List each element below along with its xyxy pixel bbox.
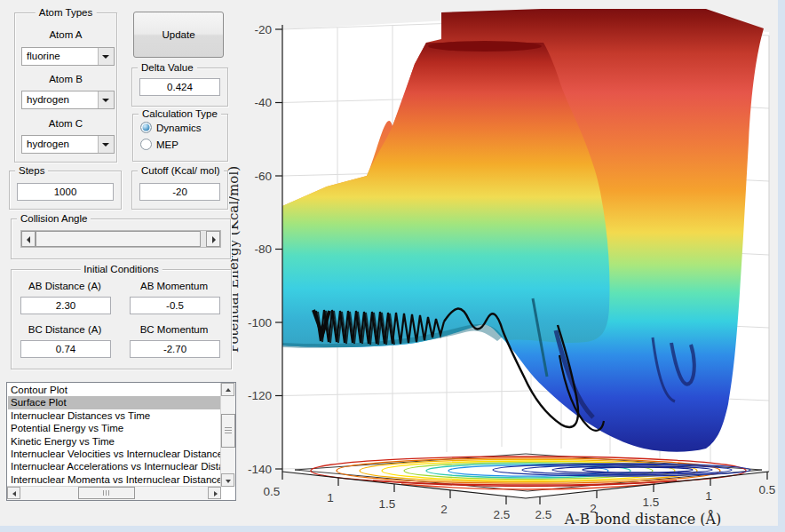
list-item[interactable]: Internuclear Velocities vs Internuclear … <box>8 448 221 460</box>
atom-c-label: Atom C <box>15 118 116 129</box>
arrow-right-icon <box>214 491 218 496</box>
atom-a-dropdown-button[interactable] <box>98 48 114 65</box>
plot-type-listbox[interactable]: Contour Plot Surface Plot Internuclear D… <box>6 382 236 501</box>
cutoff-group: Cutoff (Kcal/ mol) -20 <box>131 171 228 210</box>
atom-b-dropdown[interactable]: hydrogen <box>21 91 115 109</box>
chevron-down-icon <box>102 143 109 147</box>
steps-group: Steps 1000 <box>9 171 122 210</box>
list-item[interactable]: Contour Plot <box>8 384 221 396</box>
atom-b-dropdown-button[interactable] <box>98 91 114 108</box>
svg-text:-120: -120 <box>248 389 272 402</box>
initial-conditions-title: Initial Conditions <box>80 263 162 275</box>
arrow-right-icon <box>212 236 216 243</box>
list-item[interactable]: Internuclear Accelerations vs Internucle… <box>8 460 221 472</box>
initial-conditions-group: Initial Conditions AB Distance (A) AB Mo… <box>11 269 232 369</box>
surface-cutoff-cap <box>428 41 542 52</box>
svg-text:1.5: 1.5 <box>379 497 396 511</box>
thumb-grip-icon <box>103 490 110 496</box>
list-item-selected[interactable]: Surface Plot <box>8 396 221 409</box>
arrow-up-icon <box>226 388 231 392</box>
scroll-right-button[interactable] <box>208 487 221 499</box>
radio-mep[interactable]: MEP <box>140 139 178 151</box>
thumb-grip-icon <box>225 427 232 434</box>
arrow-left-icon <box>27 236 30 243</box>
svg-text:-40: -40 <box>254 96 272 109</box>
chevron-down-icon <box>102 99 109 102</box>
steps-field[interactable]: 1000 <box>17 183 114 201</box>
slider-left-button[interactable] <box>21 231 36 247</box>
svg-text:0.5: 0.5 <box>264 485 281 498</box>
list-item[interactable]: Kinetic Energy vs Time <box>8 435 221 448</box>
svg-text:-80: -80 <box>254 242 272 256</box>
atom-a-dropdown[interactable]: fluorine <box>21 47 115 66</box>
ab-momentum-label: AB Momentum <box>130 281 218 291</box>
bc-distance-field[interactable]: 0.74 <box>20 340 111 358</box>
ab-momentum-field[interactable]: -0.5 <box>130 297 220 314</box>
svg-text:1.5: 1.5 <box>643 496 660 509</box>
atom-c-dropdown-button[interactable] <box>98 136 114 153</box>
collision-angle-title: Collision Angle <box>17 212 91 225</box>
calculation-type-group: Calculation Type Dynamics MEP <box>132 114 228 162</box>
svg-text:-100: -100 <box>248 316 272 330</box>
vertical-scrollbar[interactable] <box>220 383 235 487</box>
radio-dynamics-label: Dynamics <box>156 123 201 133</box>
atom-types-group: Atom Types Atom A fluorine Atom B hydrog… <box>14 12 117 163</box>
application-window: -20 -40 -60 -80 -100 -120 -140 0.5 1 1.5… <box>0 0 785 532</box>
cutoff-field[interactable]: -20 <box>139 183 220 201</box>
x-axis-label: A-B bond distance (Å) <box>564 510 722 528</box>
horizontal-scroll-thumb[interactable] <box>78 487 135 499</box>
scroll-left-button[interactable] <box>7 487 20 499</box>
update-button[interactable]: Update <box>133 12 224 58</box>
vertical-scroll-thumb[interactable] <box>221 414 235 448</box>
slider-thumb[interactable] <box>36 231 201 247</box>
scroll-down-button[interactable] <box>221 473 234 487</box>
svg-text:2: 2 <box>440 503 448 516</box>
radio-mep-label: MEP <box>156 139 178 150</box>
collision-angle-slider[interactable] <box>20 230 221 248</box>
slider-right-button[interactable] <box>206 231 220 247</box>
ab-distance-field[interactable]: 2.30 <box>20 297 111 314</box>
svg-text:-20: -20 <box>254 23 272 36</box>
svg-text:2.5: 2.5 <box>494 508 511 521</box>
window-bottom-border <box>0 526 785 532</box>
delta-value-group: Delta Value 0.424 <box>131 67 228 107</box>
svg-text:2.5: 2.5 <box>535 508 552 521</box>
chevron-down-icon <box>102 55 109 59</box>
radio-selected-icon <box>140 122 152 133</box>
steps-title: Steps <box>15 164 48 177</box>
atom-b-label: Atom B <box>15 74 116 84</box>
atom-c-dropdown[interactable]: hydrogen <box>21 135 115 154</box>
z-tick-labels: -20 -40 -60 -80 -100 -120 -140 <box>248 23 272 476</box>
svg-text:1: 1 <box>705 489 712 503</box>
atom-a-label: Atom A <box>15 29 116 40</box>
atom-c-value: hydrogen <box>27 139 69 149</box>
arrow-down-icon <box>226 480 231 483</box>
scroll-up-button[interactable] <box>221 383 234 396</box>
window-right-border <box>778 0 785 532</box>
svg-text:1: 1 <box>327 491 334 504</box>
svg-text:-60: -60 <box>254 170 272 183</box>
radio-unselected-icon <box>140 139 152 150</box>
svg-text:-140: -140 <box>248 463 272 476</box>
radio-dynamics[interactable]: Dynamics <box>140 122 201 134</box>
svg-text:0.5: 0.5 <box>759 483 776 496</box>
bc-distance-label: BC Distance (A) <box>20 324 109 335</box>
atom-types-title: Atom Types <box>36 6 97 19</box>
delta-value-title: Delta Value <box>138 61 197 74</box>
horizontal-scrollbar[interactable] <box>7 486 221 500</box>
delta-value-field[interactable]: 0.424 <box>139 78 220 96</box>
list-item[interactable]: Internuclear Momenta vs Internuclear Dis… <box>8 473 221 486</box>
collision-angle-group: Collision Angle <box>11 218 231 259</box>
atom-b-value: hydrogen <box>27 94 69 105</box>
bc-momentum-field[interactable]: -2.70 <box>130 340 220 358</box>
cutoff-title: Cutoff (Kcal/ mol) <box>138 164 224 177</box>
list-item[interactable]: Internuclear Distances vs Time <box>8 409 221 422</box>
bc-momentum-label: BC Momentum <box>130 324 218 335</box>
list-item[interactable]: Potential Energy vs Time <box>8 422 221 434</box>
atom-a-value: fluorine <box>27 51 60 61</box>
calculation-type-title: Calculation Type <box>139 107 221 120</box>
ab-distance-label: AB Distance (A) <box>20 281 109 291</box>
arrow-left-icon <box>12 491 16 496</box>
